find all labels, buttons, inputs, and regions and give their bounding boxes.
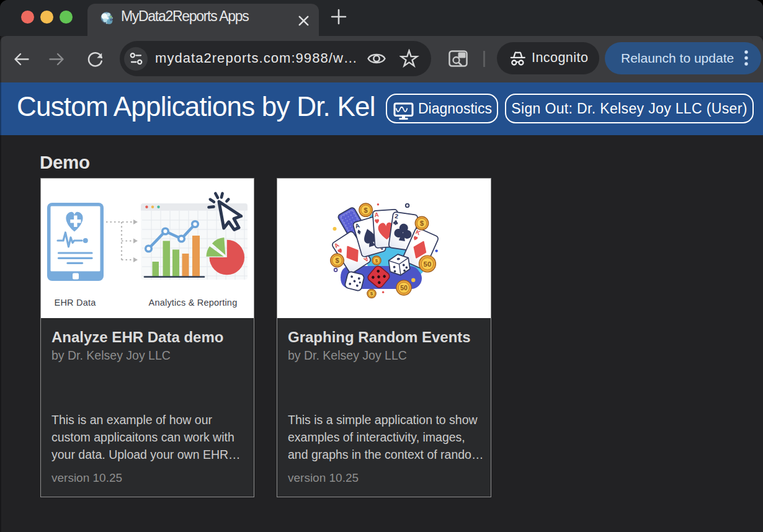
svg-text:Analytics & Reporting: Analytics & Reporting	[149, 298, 238, 308]
svg-text:A: A	[374, 211, 379, 218]
svg-text:$: $	[375, 258, 378, 264]
svg-text:$: $	[420, 219, 424, 227]
svg-text:$: $	[335, 257, 339, 264]
svg-text:EHR Data: EHR Data	[55, 298, 97, 308]
svg-text:$: $	[364, 206, 368, 214]
svg-text:50: 50	[400, 284, 408, 291]
svg-text:50: 50	[424, 260, 432, 268]
svg-text:$: $	[370, 291, 373, 296]
